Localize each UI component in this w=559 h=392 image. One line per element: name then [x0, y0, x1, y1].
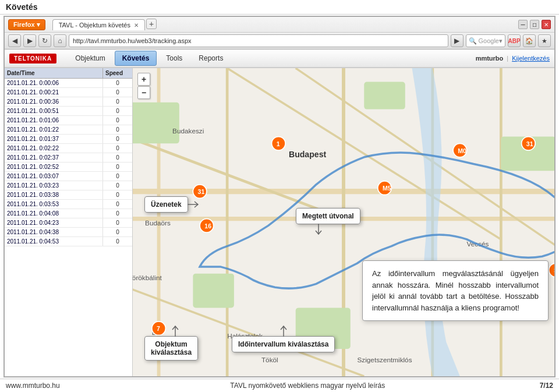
info-panel: Az időintervallum megválasztásánál ügyel… [362, 260, 549, 321]
cell-datetime: 2011.01.21. 0:04:38 [5, 228, 103, 236]
table-row[interactable]: 2011.01.21. 0:00:06 0 [5, 79, 132, 88]
table-row[interactable]: 2011.01.21. 0:00:21 0 [5, 88, 132, 97]
minimize-button[interactable]: ─ [518, 20, 528, 29]
address-bar[interactable] [69, 34, 448, 47]
callout-objektum: Objektum kiválasztása [144, 336, 198, 361]
new-tab-button[interactable]: + [146, 19, 157, 29]
zoom-out-button[interactable]: − [137, 86, 150, 99]
zoom-in-button[interactable]: + [137, 73, 150, 86]
nav-right: mmturbo | Kijelentkezés [476, 55, 550, 62]
cell-datetime: 2011.01.21. 0:04:53 [5, 237, 103, 246]
callout-utvonal: Megtett útvonal [296, 208, 360, 224]
tab-title: TAVL - Objektum követés [59, 22, 130, 29]
svg-text:Tököl: Tököl [261, 356, 278, 363]
home-icon[interactable]: 🏠 [523, 34, 536, 47]
cell-speed: 0 [103, 88, 132, 97]
refresh-button[interactable]: ↻ [38, 34, 51, 47]
page-footer: www.mmturbo.hu TAVL nyomkövető webkliens… [0, 379, 559, 392]
cell-datetime: 2011.01.21. 0:00:51 [5, 107, 103, 115]
search-dropdown-icon[interactable]: ▾ [499, 37, 503, 45]
svg-text:Törökbálint: Törökbálint [133, 274, 162, 281]
cell-speed: 0 [103, 237, 132, 246]
cell-datetime: 2011.01.21. 0:01:37 [5, 135, 103, 143]
svg-rect-15 [193, 274, 234, 308]
cell-speed: 0 [103, 97, 132, 106]
cell-speed: 0 [103, 153, 132, 162]
cell-speed: 0 [103, 107, 132, 115]
maximize-button[interactable]: □ [530, 20, 539, 29]
table-row[interactable]: 2011.01.21. 0:04:38 0 [5, 228, 132, 237]
nav-item-objektum[interactable]: Objektum [68, 51, 112, 65]
table-row[interactable]: 2011.01.21. 0:02:37 0 [5, 153, 132, 163]
nav-items: Objektum Követés Tools Reports [68, 51, 475, 66]
table-row[interactable]: 2011.01.21. 0:03:38 0 [5, 190, 132, 200]
table-row[interactable]: 2011.01.21. 0:04:53 0 [5, 237, 132, 246]
data-table-body[interactable]: 2011.01.21. 0:00:06 0 2011.01.21. 0:00:2… [5, 79, 132, 376]
svg-text:31: 31 [526, 140, 533, 147]
star-icon[interactable]: ★ [538, 34, 551, 47]
cell-datetime: 2011.01.21. 0:04:23 [5, 218, 103, 227]
table-row[interactable]: 2011.01.21. 0:01:22 0 [5, 125, 132, 135]
arrow-icon [314, 224, 323, 235]
table-row[interactable]: 2011.01.21. 0:00:51 0 [5, 107, 132, 116]
info-text: Az időintervallum megválasztásánál ügyel… [372, 268, 539, 313]
callout-idointervallum: Időintervallum kiválasztása [232, 336, 335, 352]
nav-logout-link[interactable]: Kijelentkezés [512, 55, 550, 62]
cell-speed: 0 [103, 218, 132, 227]
table-row[interactable]: 2011.01.21. 0:00:36 0 [5, 97, 132, 107]
table-row[interactable]: 2011.01.21. 0:03:23 0 [5, 181, 132, 190]
cell-datetime: 2011.01.21. 0:04:08 [5, 209, 103, 218]
cell-datetime: 2011.01.21. 0:03:07 [5, 172, 103, 181]
map-controls: + − [137, 73, 150, 99]
cell-datetime: 2011.01.21. 0:00:21 [5, 88, 103, 97]
go-button[interactable]: ▶ [451, 34, 464, 47]
col-datetime-header: Date/Time [5, 68, 103, 78]
cell-speed: 0 [103, 125, 132, 134]
nav-item-tools[interactable]: Tools [159, 51, 189, 65]
svg-text:S5: S5 [554, 267, 554, 274]
map-background: Budakeszi Budapest Budaörs Törökbálint É… [133, 68, 554, 376]
table-row[interactable]: 2011.01.21. 0:01:37 0 [5, 135, 132, 144]
svg-text:16: 16 [204, 223, 211, 229]
app-logo: TELTONIKA [9, 54, 56, 63]
teltonika-logo: TELTONIKA [9, 54, 56, 63]
page-wrapper: Követés Firefox ▾ TAVL - Objektum követé… [0, 0, 559, 392]
callout-uzenetek: Üzenetek [144, 196, 188, 213]
table-row[interactable]: 2011.01.21. 0:02:22 0 [5, 144, 132, 153]
browser-window: Firefox ▾ TAVL - Objektum követés ✕ + ─ … [3, 16, 556, 377]
home-button[interactable]: ⌂ [54, 34, 66, 47]
svg-text:M5: M5 [383, 185, 391, 192]
cell-speed: 0 [103, 181, 132, 190]
table-row[interactable]: 2011.01.21. 0:03:07 0 [5, 172, 132, 181]
table-row[interactable]: 2011.01.21. 0:02:52 0 [5, 163, 132, 172]
table-row[interactable]: 2011.01.21. 0:04:08 0 [5, 209, 132, 218]
cell-datetime: 2011.01.21. 0:02:22 [5, 144, 103, 153]
back-button[interactable]: ◀ [8, 34, 21, 47]
close-button[interactable]: ✕ [542, 20, 551, 29]
svg-text:31: 31 [198, 188, 205, 195]
footer-url: www.mmturbo.hu [6, 382, 76, 390]
active-tab[interactable]: TAVL - Objektum követés ✕ [52, 19, 145, 30]
svg-text:M0: M0 [458, 147, 466, 154]
cell-datetime: 2011.01.21. 0:02:52 [5, 163, 103, 171]
cell-datetime: 2011.01.21. 0:00:06 [5, 79, 103, 87]
svg-text:Budapest: Budapest [289, 150, 327, 159]
data-panel: Date/Time Speed 2011.01.21. 0:00:06 0 20… [5, 68, 133, 376]
arrow-icon [171, 325, 180, 337]
nav-item-kovetes[interactable]: Követés [115, 51, 157, 66]
cell-datetime: 2011.01.21. 0:03:53 [5, 200, 103, 209]
cell-speed: 0 [103, 228, 132, 236]
cell-speed: 0 [103, 144, 132, 153]
tab-close-icon[interactable]: ✕ [134, 22, 139, 29]
cell-datetime: 2011.01.21. 0:03:38 [5, 190, 103, 199]
forward-button[interactable]: ▶ [23, 34, 36, 47]
table-row[interactable]: 2011.01.21. 0:01:06 0 [5, 116, 132, 125]
col-speed-header: Speed [103, 68, 132, 78]
abp-icon[interactable]: ABP [508, 34, 521, 47]
table-row[interactable]: 2011.01.21. 0:03:53 0 [5, 200, 132, 209]
nav-item-reports[interactable]: Reports [192, 51, 230, 65]
cell-speed: 0 [103, 200, 132, 209]
firefox-menu-button[interactable]: Firefox ▾ [8, 19, 45, 30]
table-row[interactable]: 2011.01.21. 0:04:23 0 [5, 218, 132, 228]
arrow-icon [279, 325, 288, 337]
